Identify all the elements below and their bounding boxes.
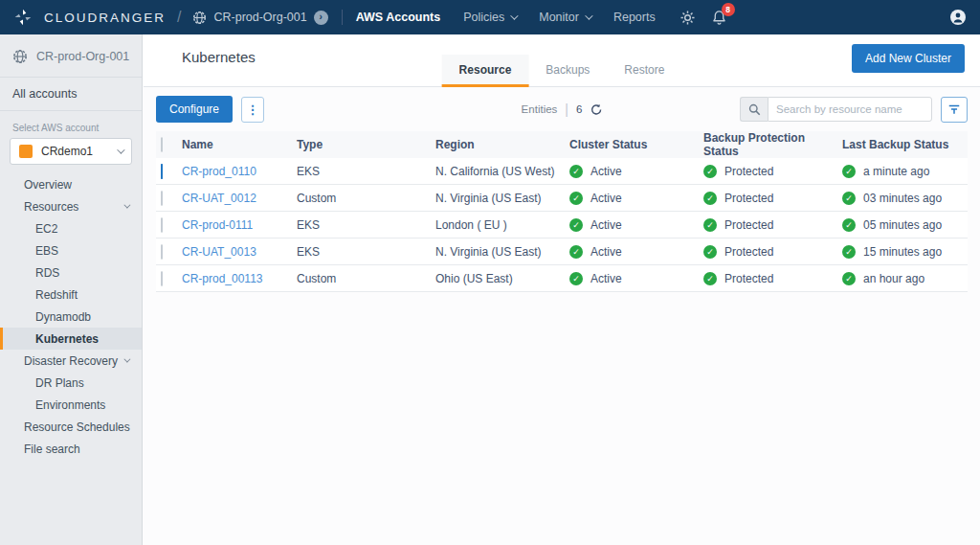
sidebar-item-resources[interactable]: Resources (0, 195, 142, 217)
menu-item-label: EC2 (35, 222, 57, 236)
account-color-swatch (19, 145, 33, 158)
cell-region: N. California (US West) (435, 165, 569, 178)
breadcrumb-org-name[interactable]: CR-prod-Org-001 (213, 11, 306, 24)
kebab-menu-button[interactable]: ⋮ (241, 97, 264, 123)
cell-cluster-status: Active (569, 192, 703, 205)
column-header-name: Name (182, 138, 297, 151)
check-circle-icon (703, 192, 717, 205)
check-circle-icon (703, 218, 717, 232)
selected-account-name: CRdemo1 (41, 145, 108, 158)
toolbar: Configure ⋮ Entities | 6 (144, 87, 980, 131)
status-text: Protected (724, 192, 773, 205)
cluster-name-link[interactable]: CR-prod_0110 (182, 165, 256, 178)
nav-item-policies[interactable]: Policies (463, 11, 516, 24)
toolbar-right (740, 97, 968, 123)
cluster-name-link[interactable]: CR-UAT_0013 (182, 245, 256, 259)
aws-account-select[interactable]: CRdemo1 (10, 138, 132, 165)
search-icon[interactable] (740, 97, 768, 122)
search-input[interactable] (768, 97, 932, 122)
menu-item-label: Dynamodb (35, 310, 91, 324)
filter-button[interactable] (941, 97, 968, 123)
top-navbar: CLOUDRANGER / CR-prod-Org-001 › AWS Acco… (0, 0, 980, 34)
menu-item-label: DR Plans (35, 376, 84, 390)
refresh-icon[interactable] (590, 103, 602, 116)
sidebar-item-ec2[interactable]: EC2 (0, 217, 142, 239)
menu-item-label: Environments (35, 398, 105, 412)
account-select-label: Select AWS account (0, 111, 142, 138)
configure-button[interactable]: Configure (156, 96, 233, 123)
sidebar-item-kubernetes[interactable]: Kubernetes (0, 328, 142, 350)
main-content: Kubernetes Add New Cluster Resource Back… (144, 34, 980, 545)
column-header-backup-protection-status: Backup Protection Status (703, 131, 842, 158)
chevron-down-icon (510, 11, 518, 19)
check-circle-icon (569, 192, 583, 205)
row-checkbox[interactable] (161, 271, 163, 286)
row-checkbox[interactable] (161, 244, 163, 260)
cloudranger-logo-icon[interactable] (13, 8, 33, 27)
menu-item-label: File search (24, 443, 80, 456)
entities-label: Entities (522, 103, 558, 115)
sidebar-item-file-search[interactable]: File search (0, 438, 142, 460)
sidebar-item-disaster-recovery[interactable]: Disaster Recovery (0, 350, 142, 372)
cluster-name-link[interactable]: CR-prod-0111 (182, 218, 253, 232)
sidebar-item-environments[interactable]: Environments (0, 394, 142, 416)
brand-name[interactable]: CLOUDRANGER (44, 11, 166, 25)
nav-item-aws-accounts[interactable]: AWS Accounts (356, 11, 440, 24)
cell-backup-protection: Protected (703, 165, 842, 178)
navbar-icons: 8 (680, 10, 726, 25)
entities-divider: | (565, 102, 568, 117)
status-text: an hour ago (863, 272, 924, 285)
status-text: Protected (724, 245, 773, 259)
menu-item-label: Kubernetes (35, 332, 99, 346)
status-text: Active (590, 272, 622, 285)
all-accounts-link[interactable]: All accounts (0, 78, 142, 111)
nav-item-label: Reports (613, 11, 656, 24)
tab-resource[interactable]: Resource (442, 55, 529, 87)
cluster-name-link[interactable]: CR-UAT_0012 (182, 192, 256, 205)
column-header-last-backup-status: Last Backup Status (842, 138, 968, 151)
check-circle-icon (703, 245, 717, 259)
row-checkbox[interactable] (161, 217, 163, 233)
check-circle-icon (569, 245, 583, 259)
entities-counter: Entities | 6 (522, 102, 603, 117)
sidebar-item-resource-schedules[interactable]: Resource Schedules (0, 416, 142, 438)
page-title: Kubernetes (182, 49, 256, 65)
sidebar-org-name: CR-prod-Org-001 (36, 50, 129, 63)
cell-type: Custom (297, 192, 435, 205)
row-checkbox[interactable] (161, 164, 163, 179)
cell-last-backup: 03 minutes ago (842, 192, 968, 205)
cell-last-backup: a minute ago (842, 165, 968, 178)
search-group (740, 97, 932, 122)
sidebar-item-dr-plans[interactable]: DR Plans (0, 372, 142, 394)
nav-item-label: AWS Accounts (356, 11, 440, 24)
tab-backups[interactable]: Backups (528, 55, 607, 87)
menu-item-label: EBS (35, 244, 58, 258)
table-row: CR-prod-0111 EKS London ( EU ) Active Pr… (156, 212, 968, 238)
cell-region: N. Virginia (US East) (435, 245, 569, 259)
left-sidebar: CR-prod-Org-001 All accounts Select AWS … (0, 34, 143, 545)
nav-item-reports[interactable]: Reports (613, 11, 656, 24)
row-checkbox[interactable] (161, 191, 163, 206)
sidebar-item-ebs[interactable]: EBS (0, 239, 142, 261)
sidebar-item-overview[interactable]: Overview (0, 173, 142, 195)
nav-item-monitor[interactable]: Monitor (539, 11, 590, 24)
cell-last-backup: 05 minutes ago (842, 218, 968, 232)
check-circle-icon (842, 272, 856, 285)
sidebar-item-dynamodb[interactable]: Dynamodb (0, 306, 142, 328)
nav-item-label: Monitor (539, 11, 579, 24)
org-expand-icon[interactable]: › (314, 11, 328, 25)
table-row: CR-prod_00113 Custom Ohio (US East) Acti… (156, 265, 968, 292)
column-header-region: Region (435, 138, 569, 151)
check-circle-icon (569, 165, 583, 178)
column-header-cluster-status: Cluster Status (569, 138, 703, 151)
user-avatar-icon[interactable] (949, 9, 967, 26)
tab-restore[interactable]: Restore (607, 55, 681, 87)
select-all-checkbox[interactable] (161, 137, 163, 152)
sidebar-item-rds[interactable]: RDS (0, 261, 142, 284)
notifications-bell-icon[interactable]: 8 (712, 10, 726, 25)
add-new-cluster-button[interactable]: Add New Cluster (852, 44, 965, 73)
status-text: Protected (724, 272, 773, 285)
settings-gear-icon[interactable] (680, 11, 695, 25)
sidebar-item-redshift[interactable]: Redshift (0, 284, 142, 306)
cluster-name-link[interactable]: CR-prod_00113 (182, 272, 263, 285)
